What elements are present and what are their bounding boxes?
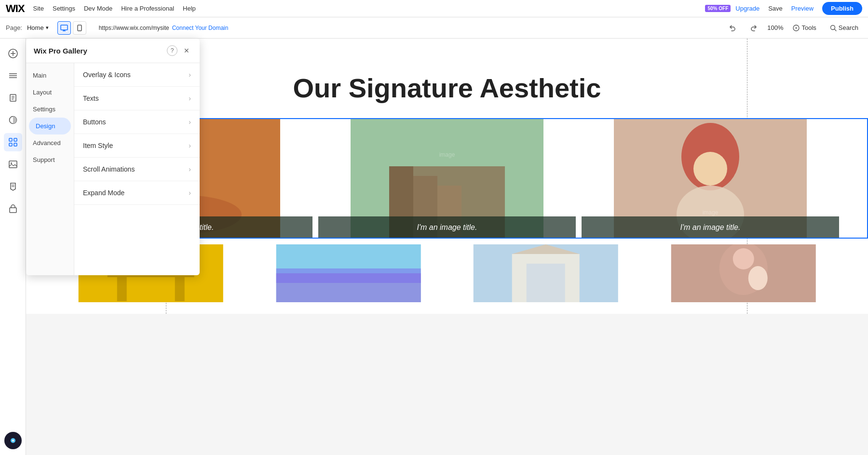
panel-section-texts[interactable]: Texts › [74,87,200,110]
svg-line-8 [834,29,836,31]
svg-point-59 [732,248,754,269]
svg-point-4 [79,29,80,30]
zoom-level[interactable]: 100% [767,24,783,31]
help-menu[interactable]: Help [183,5,196,12]
gallery-item-3[interactable]: image I'm an image title. [582,118,839,239]
chevron-down-icon: ▾ [46,25,49,31]
panel-body: Main Layout Settings Design Advanced Sup… [26,63,200,275]
panel-section-item-style[interactable]: Item Style › [74,134,200,158]
panel-section-buttons[interactable]: Buttons › [74,110,200,134]
svg-rect-52 [276,268,420,283]
gallery-item-2[interactable]: image I'm an image title. [318,118,576,239]
url-bar: https://www.wix.com/mysite Connect Your … [99,25,713,31]
panel-nav-support[interactable]: Support [26,151,74,168]
tools-button[interactable]: Tools [789,22,820,33]
svg-point-44 [693,152,727,186]
close-icon: ✕ [184,47,190,54]
svg-rect-20 [9,138,12,141]
question-icon: ? [171,47,174,54]
panel-nav-layout[interactable]: Layout [26,84,74,101]
gallery-item-overlay-3: I'm an image title. [582,216,839,239]
gallery-item-5[interactable] [253,244,445,304]
blog-icon[interactable] [4,177,22,196]
url-text: https://www.wix.com/mysite [99,25,169,31]
site-menu[interactable]: Site [33,5,44,12]
wix-ai-icon[interactable] [4,432,22,449]
gallery-item-6[interactable] [450,244,642,304]
preview-button[interactable]: Preview [791,5,814,12]
save-button[interactable]: Save [768,5,783,12]
panel-left-nav: Main Layout Settings Design Advanced Sup… [26,63,74,275]
svg-rect-0 [61,25,68,30]
svg-rect-22 [9,143,12,146]
search-button[interactable]: Search [826,22,862,33]
panel-nav-design[interactable]: Design [29,118,71,134]
chevron-right-icon: › [189,94,191,102]
chevron-right-icon: › [189,71,191,79]
panel-nav-main[interactable]: Main [26,67,74,84]
apps-icon[interactable] [4,133,22,151]
panel-section-expand-mode[interactable]: Expand Mode › [74,181,200,205]
svg-rect-55 [527,264,565,302]
panel-section-overlay-icons[interactable]: Overlay & Icons › [74,63,200,87]
gallery-item-7[interactable] [648,244,840,304]
chevron-right-icon: › [189,165,191,173]
panel-help-button[interactable]: ? [167,45,177,56]
gallery-item-overlay-2: I'm an image title. [318,216,576,239]
svg-rect-21 [14,138,17,141]
svg-text:image: image [703,209,719,216]
panel-right-content: Overlay & Icons › Texts › Buttons › Item… [74,63,200,275]
wix-pro-gallery-panel: Wix Pro Gallery ? ✕ Main Layout Settings… [26,39,200,275]
svg-point-60 [748,266,767,290]
panel-header: Wix Pro Gallery ? ✕ [26,39,200,63]
layers-icon[interactable] [4,67,22,85]
settings-menu[interactable]: Settings [53,5,75,12]
wix-logo: WIX [6,2,25,15]
panel-section-scroll-animations[interactable]: Scroll Animations › [74,158,200,181]
svg-rect-49 [175,277,185,301]
pages-icon[interactable] [4,89,22,107]
panel-title: Wix Pro Gallery [34,47,167,55]
desktop-view-button[interactable] [57,21,71,35]
dev-mode-menu[interactable]: Dev Mode [84,5,112,12]
top-navigation: WIX Site Settings Dev Mode Hire a Profes… [0,0,868,17]
svg-point-6 [796,27,797,28]
chevron-right-icon: › [189,118,191,126]
svg-text:image: image [439,151,455,158]
upgrade-button[interactable]: Upgrade [735,5,760,12]
chevron-right-icon: › [189,189,191,197]
connect-domain-link[interactable]: Connect Your Domain [172,25,229,31]
upgrade-badge: 50% OFF [705,5,731,12]
publish-button[interactable]: Publish [822,2,862,15]
svg-point-30 [12,440,14,442]
chevron-right-icon: › [189,142,191,149]
secondary-navigation: Page: Home ▾ https://www.wix.com/mysite … [0,17,868,39]
panel-close-button[interactable]: ✕ [181,45,192,56]
svg-rect-23 [14,143,17,146]
redo-button[interactable] [746,22,761,34]
media-icon[interactable] [4,155,22,174]
panel-nav-advanced[interactable]: Advanced [26,134,74,151]
hire-professional-menu[interactable]: Hire a Professional [121,5,174,12]
page-selector[interactable]: Home ▾ [27,24,49,31]
store-icon[interactable] [4,200,22,218]
svg-rect-24 [9,161,17,168]
page-label: Page: [6,24,22,31]
theme-icon[interactable] [4,111,22,129]
add-element-icon[interactable] [4,44,22,63]
svg-point-25 [11,162,12,164]
svg-rect-48 [117,277,127,301]
mobile-view-button[interactable] [73,21,86,35]
panel-nav-settings[interactable]: Settings [26,101,74,118]
left-sidebar [0,39,26,455]
svg-rect-28 [10,208,16,213]
undo-button[interactable] [725,22,740,34]
